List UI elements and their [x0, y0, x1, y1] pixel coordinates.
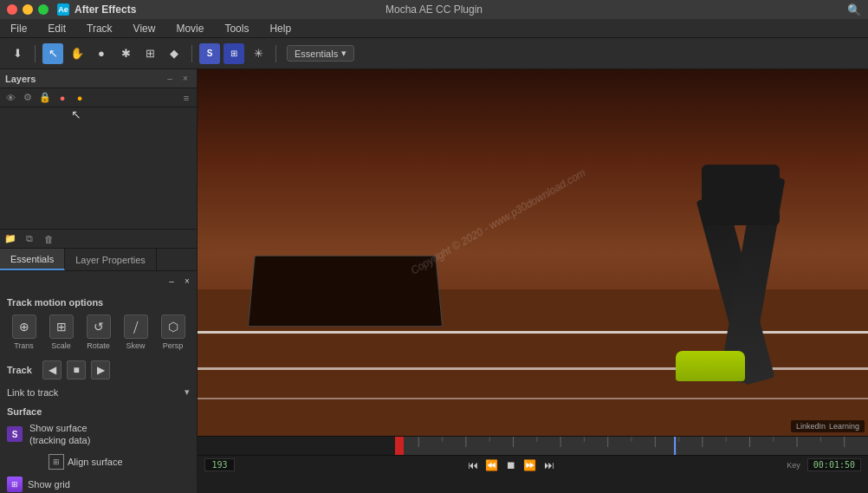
- step-fwd-btn[interactable]: ⏩: [522, 457, 538, 473]
- cursor-indicator: ↖: [71, 107, 81, 118]
- hand-tool[interactable]: ✋: [67, 43, 87, 64]
- tab-layer-properties[interactable]: Layer Properties: [65, 249, 157, 270]
- timecode-display: 00:01:50: [807, 458, 861, 471]
- motion-persp[interactable]: ⬡ Persp: [156, 315, 190, 350]
- menu-help[interactable]: Help: [266, 21, 295, 36]
- step-back-btn[interactable]: ⏪: [484, 457, 500, 473]
- menu-movie[interactable]: Movie: [172, 21, 207, 36]
- dark-grate: [248, 255, 443, 326]
- menu-track[interactable]: Track: [83, 21, 116, 36]
- surface-title: Surface: [7, 406, 190, 417]
- transform-tool[interactable]: ⊞: [139, 43, 160, 64]
- motion-rotate[interactable]: ↺ Rotate: [81, 315, 115, 350]
- panel-close-btn[interactable]: ×: [179, 73, 191, 85]
- color-icon[interactable]: ●: [55, 91, 69, 105]
- lock-icon[interactable]: 🔒: [38, 91, 52, 105]
- show-grid-label: Show grid: [28, 479, 70, 490]
- track-back-btn[interactable]: ◀: [42, 360, 62, 379]
- align-icon: ⊞: [49, 454, 64, 470]
- align-surface-label: Align surface: [68, 457, 123, 467]
- track-stop-btn[interactable]: ■: [67, 360, 86, 379]
- linkedin-badge: LinkedIn Learning: [791, 420, 865, 432]
- runner-area: [645, 121, 801, 381]
- duplicate-icon[interactable]: ⧉: [23, 232, 36, 246]
- track-panel: Track motion options ⊕ Trans ⊞ Scale ↺ R…: [0, 290, 197, 493]
- transport-bar: 193 ⏮ ⏪ ⏹ ⏩ ⏭ Key 00:01:50: [198, 455, 868, 474]
- go-start-btn[interactable]: ⏮: [465, 457, 481, 473]
- delete-icon[interactable]: 🗑: [42, 232, 55, 246]
- menu-file[interactable]: File: [7, 21, 30, 36]
- surface-s-icon: S: [7, 426, 23, 442]
- persp-label: Persp: [163, 341, 184, 350]
- timeline-track[interactable]: [395, 437, 868, 455]
- persp-icon: ⬡: [161, 315, 185, 339]
- motion-scale[interactable]: ⊞ Scale: [44, 315, 78, 350]
- scale-icon: ⊞: [49, 315, 74, 339]
- title-bar: Ae After Effects Mocha AE CC Plugin 🔍: [0, 0, 868, 19]
- app-name: After Effects: [74, 3, 136, 16]
- track-forward-btn[interactable]: ▶: [91, 360, 110, 379]
- import-icon[interactable]: ⬇: [7, 43, 28, 64]
- track-line-3: [198, 398, 868, 399]
- shape-tool[interactable]: ✱: [115, 43, 136, 64]
- track-panel-close[interactable]: ×: [181, 275, 193, 287]
- video-area: Copyright © 2020 - www.p30download.com L…: [198, 69, 868, 474]
- window-title: Mocha AE CC Plugin: [385, 3, 483, 16]
- panel-minimize-btn[interactable]: –: [164, 73, 176, 85]
- selection-tool[interactable]: ↖: [42, 43, 63, 64]
- video-frame: Copyright © 2020 - www.p30download.com L…: [198, 69, 868, 436]
- list-icon[interactable]: ≡: [179, 91, 193, 105]
- trans-icon: ⊕: [12, 315, 36, 339]
- timeline-start-marker: [395, 437, 404, 455]
- menu-edit[interactable]: Edit: [44, 21, 69, 36]
- close-button[interactable]: [7, 4, 17, 15]
- app-icon: Ae: [57, 3, 69, 16]
- tab-essentials[interactable]: Essentials: [0, 249, 65, 270]
- maximize-button[interactable]: [38, 4, 49, 15]
- menu-tools[interactable]: Tools: [221, 21, 252, 36]
- stop-btn[interactable]: ⏹: [503, 457, 519, 473]
- new-folder-icon[interactable]: 📁: [3, 232, 17, 246]
- separator-1: [35, 45, 36, 62]
- window-controls: [7, 4, 49, 15]
- minimize-button[interactable]: [23, 4, 33, 15]
- svg-rect-20: [674, 437, 676, 455]
- align-surface-btn[interactable]: ⊞ Align surface: [49, 454, 123, 470]
- star-icon[interactable]: ✳: [248, 43, 269, 64]
- pen-tool[interactable]: ●: [91, 43, 112, 64]
- motion-trans[interactable]: ⊕ Trans: [7, 315, 41, 350]
- layers-panel-header: Layers – ×: [0, 69, 197, 88]
- track-motion-title: Track motion options: [7, 297, 190, 308]
- motion-skew[interactable]: ⧸ Skew: [119, 315, 152, 350]
- color2-icon[interactable]: ●: [73, 91, 87, 105]
- video-canvas: Copyright © 2020 - www.p30download.com L…: [198, 69, 868, 436]
- layers-toolbar: 👁 ⚙ 🔒 ● ● ≡: [0, 88, 197, 107]
- key-label: Key: [787, 461, 800, 470]
- surface-section: Surface S Show surface(tracking data) ⊞ …: [7, 406, 190, 492]
- skew-icon: ⧸: [124, 315, 148, 339]
- link-track-label: Link to track: [7, 387, 58, 398]
- show-grid-row[interactable]: ⊞ Show grid: [7, 477, 190, 492]
- rotate-icon: ↺: [87, 315, 111, 339]
- go-end-btn[interactable]: ⏭: [541, 457, 557, 473]
- track-controls: Track ◀ ■ ▶: [7, 360, 190, 379]
- layers-content: ↖: [0, 107, 197, 114]
- mask-tool[interactable]: ◆: [164, 43, 185, 64]
- align-surface-row: ⊞ Align surface: [7, 454, 190, 470]
- show-surface-row[interactable]: S Show surface(tracking data): [7, 422, 190, 447]
- essentials-dropdown[interactable]: Essentials ▾: [287, 45, 354, 62]
- search-icon[interactable]: 🔍: [847, 3, 861, 16]
- track-panel-controls: – ×: [0, 271, 197, 290]
- ruler-svg: [395, 437, 868, 455]
- gear-icon[interactable]: ⚙: [21, 91, 35, 105]
- track-panel-minimize[interactable]: –: [165, 275, 178, 287]
- eye-icon[interactable]: 👁: [3, 91, 17, 105]
- toolbar: ⬇ ↖ ✋ ● ✱ ⊞ ◆ S ⊞ ✳ Essentials ▾: [0, 38, 868, 69]
- main-area: Layers – × 👁 ⚙ 🔒 ● ● ≡ ↖: [0, 69, 868, 474]
- bottom-toolbar: 📁 ⧉ 🗑: [0, 230, 197, 249]
- link-track-dropdown[interactable]: ▾: [185, 386, 190, 398]
- grid-icon[interactable]: ⊞: [223, 43, 244, 64]
- bottom-left-panel: 📁 ⧉ 🗑 Essentials Layer Properties – × Tr…: [0, 230, 197, 493]
- menu-view[interactable]: View: [130, 21, 159, 36]
- mocha-icon[interactable]: S: [199, 43, 220, 64]
